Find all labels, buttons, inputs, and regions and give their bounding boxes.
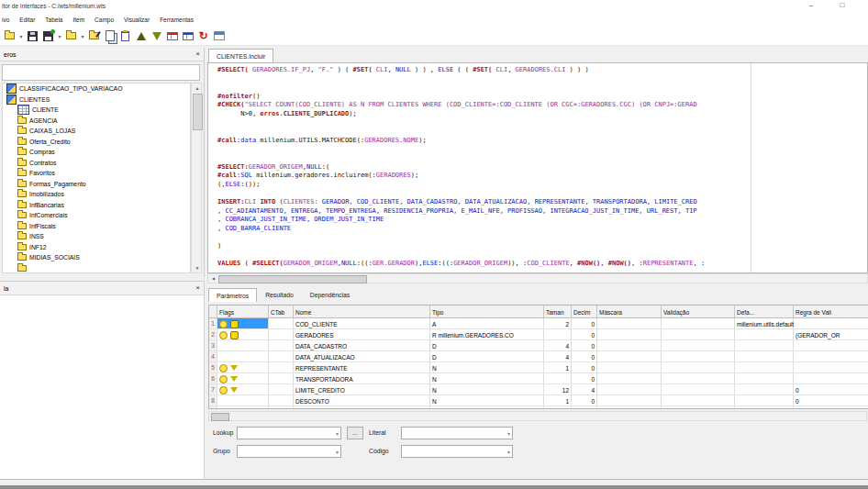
editor-tab-clientes-incluir[interactable]: CLIENTES.Incluir — [208, 49, 273, 63]
copy-icon[interactable] — [102, 28, 117, 44]
cell-mascara[interactable] — [597, 329, 662, 339]
cell-nome[interactable]: DATA_ATUALIZACAO — [294, 351, 430, 361]
cell-decim[interactable]: 0 — [572, 329, 597, 339]
cell-mascara[interactable] — [597, 406, 662, 409]
cell-ctab[interactable] — [269, 406, 294, 409]
tab-resultado[interactable]: Resultado — [257, 288, 302, 302]
column-header-nome[interactable]: Nome — [294, 306, 430, 317]
lookup-combobox[interactable]: ▾ — [237, 427, 341, 439]
tree-item-clientes[interactable]: CLIENTES — [3, 94, 190, 106]
table-row[interactable]: 5REPRESENTANTEN10 — [209, 362, 868, 373]
cell-mascara[interactable] — [597, 340, 662, 350]
cell-validacao[interactable] — [662, 373, 735, 383]
cell-flags[interactable] — [217, 340, 269, 350]
tab-dependencias[interactable]: Dependências — [302, 288, 358, 302]
paste-icon[interactable] — [117, 28, 133, 44]
cell-defa[interactable] — [735, 384, 794, 395]
table-red-icon[interactable] — [164, 28, 180, 44]
column-header-taman[interactable]: Taman — [544, 306, 572, 317]
cell-nome[interactable]: BLOQUEIA_VENDAS — [294, 406, 430, 409]
cell-nome[interactable]: GERADORES — [294, 329, 430, 339]
editor-h-scrollbar-thumb[interactable] — [218, 275, 367, 283]
cell-flags[interactable] — [217, 395, 269, 406]
open-dropdown-caret-icon[interactable]: ▾ — [17, 28, 25, 44]
cell-tipo[interactable]: N — [430, 384, 544, 395]
cell-mascara[interactable] — [597, 351, 662, 361]
cell-defa[interactable] — [735, 329, 794, 339]
tree-scrollbar-thumb[interactable] — [193, 94, 203, 130]
column-header-regra[interactable]: Regra de Vali — [794, 306, 868, 317]
table-row[interactable]: 3DATA_CADASTROD40 — [209, 340, 868, 351]
cell-tipo[interactable]: R millenium.GERADORES.CO — [430, 329, 544, 339]
cell-nome[interactable]: TRANSPORTADORA — [294, 373, 430, 383]
cell-decim[interactable]: 0 — [572, 362, 597, 372]
cell-defa[interactable] — [735, 373, 794, 383]
cell-taman[interactable]: 1 — [544, 395, 572, 406]
tree-item-agencia[interactable]: AGENCIA — [3, 116, 190, 127]
tree-item-inf12[interactable]: INF12 — [3, 242, 190, 253]
menu-item-tabela[interactable]: Tabela — [45, 17, 62, 23]
minimize-button[interactable]: – — [800, 0, 822, 12]
cell-validacao[interactable] — [662, 406, 735, 409]
cell-tipo[interactable]: N — [430, 395, 544, 406]
cell-defa[interactable] — [735, 340, 794, 350]
cell-validacao[interactable] — [662, 318, 735, 328]
cell-defa[interactable] — [735, 395, 794, 406]
tree-filter-input[interactable] — [2, 64, 200, 81]
cell-ctab[interactable] — [269, 384, 294, 395]
cell-validacao[interactable] — [662, 340, 735, 350]
maximize-button[interactable]: □ — [831, 0, 853, 12]
move-down-icon[interactable] — [149, 28, 164, 44]
cell-taman[interactable]: 1 — [544, 362, 572, 372]
tree-item-inss[interactable]: INSS — [3, 231, 190, 242]
table-row[interactable]: 8DESCONTON100 — [209, 395, 868, 406]
cell-taman[interactable]: 12 — [544, 384, 572, 395]
menu-item-visualizar[interactable]: Visualizar — [124, 17, 150, 23]
menu-item-item[interactable]: Item — [72, 17, 84, 23]
cell-tipo[interactable]: N — [430, 362, 544, 372]
cell-decim[interactable]: 0 — [572, 340, 597, 350]
menu-item-ivo[interactable]: ivo — [2, 17, 9, 23]
cell-validacao[interactable] — [662, 351, 735, 361]
close-icon[interactable]: × — [195, 284, 200, 292]
tree-item-compras[interactable]: Compras — [3, 147, 190, 158]
move-up-icon[interactable] — [133, 28, 149, 44]
cell-decim[interactable]: 0 — [572, 351, 597, 361]
tab-parametros[interactable]: Parâmetros — [208, 288, 257, 302]
cell-ctab[interactable] — [269, 351, 294, 361]
column-header-tipo[interactable]: Tipo — [430, 306, 544, 317]
editor-h-scrollbar[interactable]: ◀ — [207, 273, 868, 283]
cell-nome[interactable]: DATA_CADASTRO — [294, 340, 430, 350]
window-icon[interactable] — [211, 28, 227, 44]
cell-regra[interactable]: 0 — [794, 406, 868, 409]
folder-icon[interactable] — [63, 28, 79, 44]
table-row[interactable]: 6TRANSPORTADORAN0 — [209, 373, 868, 384]
cell-mascara[interactable] — [597, 384, 662, 395]
tree-item-infcomerciais[interactable]: InfComerciais — [3, 210, 190, 221]
scroll-up-icon[interactable]: ▲ — [192, 83, 203, 93]
cell-regra[interactable]: 0 — [794, 395, 868, 406]
menu-item-editar[interactable]: Editar — [19, 17, 35, 23]
cell-regra[interactable] — [794, 318, 868, 328]
cell-decim[interactable]: 0 — [572, 395, 597, 406]
cell-ctab[interactable] — [269, 329, 294, 339]
cell-defa[interactable]: millenium.utils.default — [735, 318, 794, 328]
tree-item[interactable] — [3, 263, 190, 274]
browse-button[interactable]: ... — [347, 427, 363, 439]
cell-nome[interactable]: LIMITE_CREDITO — [294, 384, 430, 395]
table-row[interactable]: 7LIMITE_CREDITON1240 — [209, 384, 868, 395]
cell-taman[interactable]: 1 — [544, 406, 572, 409]
cell-validacao[interactable] — [662, 329, 735, 339]
cell-taman[interactable]: 4 — [544, 340, 572, 350]
cell-defa[interactable] — [735, 406, 794, 409]
tree-item-classificacao_tipo_variacao[interactable]: CLASSIFICACAO_TIPO_VARIACAO — [3, 83, 190, 94]
export-dropdown-caret-icon[interactable]: ▾ — [56, 28, 63, 44]
tree-item-oferta_credito[interactable]: Oferta_Credito — [3, 137, 190, 148]
tree-item-cliente[interactable]: CLIENTE — [3, 105, 190, 116]
cell-flags[interactable] — [217, 373, 269, 383]
column-header-validacao[interactable]: Validação — [662, 306, 735, 317]
cell-taman[interactable] — [544, 329, 572, 339]
close-icon[interactable]: × — [195, 50, 200, 58]
cell-flags[interactable] — [217, 329, 269, 339]
cell-tipo[interactable]: B — [430, 406, 544, 409]
